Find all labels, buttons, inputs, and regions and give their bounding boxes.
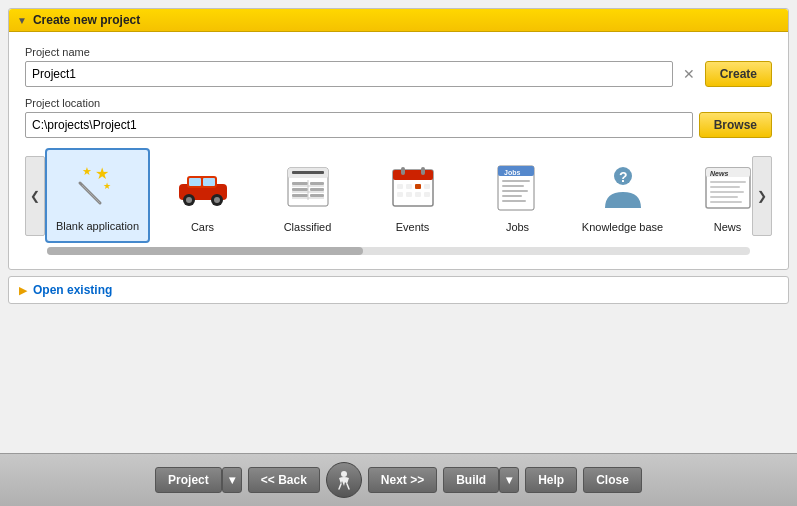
svg-rect-21 (310, 194, 324, 197)
gallery-prev-button[interactable]: ❮ (25, 156, 45, 236)
project-button-group: Project ▾ (155, 467, 242, 493)
project-dropdown-button[interactable]: ▾ (222, 467, 242, 493)
runner-icon (326, 462, 362, 498)
build-button[interactable]: Build (443, 467, 499, 493)
gallery-scrollbar[interactable] (47, 247, 750, 255)
create-project-panel: ▼ Create new project Project name ✕ Crea… (8, 8, 789, 270)
project-button[interactable]: Project (155, 467, 222, 493)
svg-rect-16 (292, 182, 308, 185)
knowledge-base-label: Knowledge base (582, 220, 663, 234)
svg-rect-43 (502, 190, 528, 192)
project-location-row: Browse (25, 112, 772, 138)
next-button[interactable]: Next >> (368, 467, 437, 493)
gallery-item-events[interactable]: Events (360, 148, 465, 243)
svg-rect-8 (203, 178, 215, 186)
template-gallery: ❮ ★ (25, 148, 772, 255)
svg-text:★: ★ (103, 181, 111, 191)
svg-rect-18 (292, 188, 308, 191)
back-button[interactable]: << Back (248, 467, 320, 493)
create-project-header: ▼ Create new project (9, 9, 788, 32)
jobs-label: Jobs (506, 220, 529, 234)
gallery-scrollbar-thumb[interactable] (47, 247, 363, 255)
svg-point-56 (341, 471, 347, 477)
svg-rect-17 (310, 182, 324, 185)
svg-rect-41 (502, 180, 530, 182)
svg-line-1 (82, 185, 100, 203)
project-location-input[interactable] (25, 112, 693, 138)
gallery-items-wrapper: ★ ★ ★ Blank application (45, 148, 752, 243)
svg-rect-37 (424, 192, 430, 197)
knowledge-base-icon: ? (593, 159, 653, 214)
create-project-body: Project name ✕ Create Project location B… (9, 32, 788, 269)
open-existing-panel: ▶ Open existing (8, 276, 789, 304)
svg-point-10 (186, 197, 192, 203)
svg-rect-36 (415, 192, 421, 197)
gallery-item-knowledge-base[interactable]: ? Knowledge base (570, 148, 675, 243)
svg-rect-45 (502, 200, 526, 202)
svg-rect-35 (406, 192, 412, 197)
svg-rect-42 (502, 185, 524, 187)
svg-rect-30 (397, 184, 403, 189)
svg-rect-33 (424, 184, 430, 189)
project-location-group: Project location Browse (25, 97, 772, 138)
project-name-input[interactable] (25, 61, 673, 87)
events-icon (383, 159, 443, 214)
svg-rect-54 (710, 196, 738, 198)
project-name-label: Project name (25, 46, 772, 58)
clear-project-name-button[interactable]: ✕ (679, 65, 699, 83)
news-icon: News (698, 159, 753, 214)
gallery-item-blank[interactable]: ★ ★ ★ Blank application (45, 148, 150, 243)
svg-rect-15 (292, 171, 324, 174)
create-project-title: Create new project (33, 13, 140, 27)
svg-text:Jobs: Jobs (504, 169, 520, 176)
events-label: Events (396, 220, 430, 234)
blank-application-label: Blank application (56, 219, 139, 233)
browse-button[interactable]: Browse (699, 112, 772, 138)
cars-icon (173, 159, 233, 214)
blank-application-icon: ★ ★ ★ (68, 158, 128, 213)
open-existing-header[interactable]: ▶ Open existing (9, 277, 788, 303)
project-name-group: Project name ✕ Create (25, 46, 772, 87)
svg-rect-20 (292, 194, 308, 197)
bottom-toolbar: Project ▾ << Back Next >> Build ▾ Help C… (0, 453, 797, 506)
svg-text:?: ? (619, 169, 628, 185)
close-button[interactable]: Close (583, 467, 642, 493)
svg-rect-31 (406, 184, 412, 189)
build-dropdown-button[interactable]: ▾ (499, 467, 519, 493)
open-existing-title: Open existing (33, 283, 112, 297)
classified-icon (278, 159, 338, 214)
svg-rect-29 (421, 167, 425, 175)
classified-label: Classified (284, 220, 332, 234)
svg-rect-44 (502, 195, 522, 197)
gallery-item-classified[interactable]: Classified (255, 148, 360, 243)
news-label: News (714, 220, 742, 234)
project-location-label: Project location (25, 97, 772, 109)
svg-rect-28 (401, 167, 405, 175)
svg-rect-7 (189, 178, 201, 186)
svg-rect-52 (710, 186, 740, 188)
svg-rect-19 (310, 188, 324, 191)
help-button[interactable]: Help (525, 467, 577, 493)
svg-rect-27 (393, 170, 433, 180)
gallery-item-jobs[interactable]: Jobs Jobs (465, 148, 570, 243)
svg-point-12 (214, 197, 220, 203)
svg-text:News: News (710, 170, 728, 177)
svg-text:★: ★ (95, 165, 109, 182)
gallery-item-news[interactable]: News News (675, 148, 752, 243)
svg-rect-51 (710, 181, 746, 183)
collapse-arrow-icon[interactable]: ▼ (17, 15, 27, 26)
gallery-scroll-area: ❮ ★ (25, 148, 772, 243)
svg-rect-34 (397, 192, 403, 197)
svg-text:★: ★ (82, 165, 92, 177)
jobs-icon: Jobs (488, 159, 548, 214)
create-button[interactable]: Create (705, 61, 772, 87)
project-name-row: ✕ Create (25, 61, 772, 87)
gallery-next-button[interactable]: ❯ (752, 156, 772, 236)
svg-rect-32 (415, 184, 421, 189)
build-button-group: Build ▾ (443, 467, 519, 493)
gallery-item-cars[interactable]: Cars (150, 148, 255, 243)
cars-label: Cars (191, 220, 214, 234)
svg-rect-53 (710, 191, 744, 193)
gallery-items-list: ★ ★ ★ Blank application (45, 148, 752, 243)
expand-arrow-icon: ▶ (19, 284, 27, 297)
